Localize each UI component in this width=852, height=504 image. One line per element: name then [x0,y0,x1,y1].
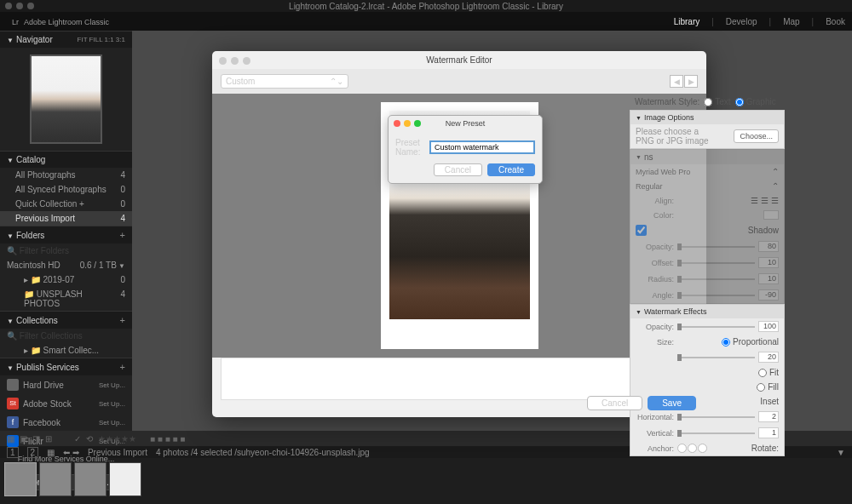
add-service-icon[interactable]: + [120,362,125,372]
effects-header[interactable]: Watermark Effects [630,305,784,318]
size-fill-radio[interactable]: Fill [757,382,779,392]
module-develop[interactable]: Develop [726,17,757,26]
survey-view-icon[interactable]: ⊞ [45,434,52,444]
watermark-style-row: Watermark Style: Text Graphic [630,94,785,110]
publish-service[interactable]: fFacebookSet Up... [0,413,132,432]
modal-cancel-button[interactable]: Cancel [434,163,482,176]
add-folder-icon[interactable]: + [120,230,125,240]
filmstrip-thumb[interactable] [109,462,141,496]
smart-collections[interactable]: ▸ 📁 Smart Collec... [0,343,132,358]
size-proportional-radio[interactable]: Proportional [722,337,779,346]
publish-service[interactable]: Hard DriveSet Up... [0,375,132,394]
status-source: Previous Import [88,448,147,457]
color-swatch[interactable] [763,210,779,220]
status-info: 4 photos /4 selected /suhyeon-choi-10492… [156,448,370,457]
navigator-thumbnail[interactable] [0,48,132,151]
catalog-item[interactable]: Quick Collection +0 [0,197,132,211]
navigator-header[interactable]: ▼Navigator FIT FILL 1:1 3:1 [0,31,132,48]
new-preset-modal: New Preset Preset Name: Cancel Create [388,115,543,184]
dialog-title: Watermark Editor [212,51,706,69]
compare-view-icon[interactable]: ◨ [32,434,40,444]
traffic-lights[interactable] [5,3,34,9]
size-fit-radio[interactable]: Fit [758,368,779,377]
window-titlebar: Lightroom Catalog-2.lrcat - Adobe Photos… [0,0,852,12]
app-logo: LrAdobe Lightroom Classic [7,14,109,28]
publish-service[interactable]: StAdobe StockSet Up... [0,394,132,413]
catalog-header[interactable]: ▼Catalog [0,151,132,168]
style-graphic-radio[interactable]: Graphic [735,97,776,106]
wm-opacity-slider[interactable] [677,326,755,328]
folder-drive[interactable]: Macintosh HD0.6 / 1 TB ▼ [0,258,132,272]
nav-arrows[interactable]: ◀▶ [670,75,698,88]
modal-traffic-lights[interactable] [394,120,421,127]
publish-header[interactable]: ▼Publish Services+ [0,358,132,375]
catalog-item-selected[interactable]: Previous Import4 [0,211,132,226]
module-library[interactable]: Library [674,17,700,26]
nav-zoom-opts[interactable]: FIT FILL 1:1 3:1 [78,36,125,43]
folder-filter[interactable]: 🔍 Filter Folders [0,243,132,258]
catalog-item[interactable]: All Photographs4 [0,168,132,182]
filmstrip-thumb[interactable] [74,462,106,496]
painter-icon[interactable]: ✓ [74,434,81,444]
dialog-save-button[interactable]: Save [648,396,696,410]
collection-filter[interactable]: 🔍 Filter Collections [0,329,132,343]
font-select[interactable]: Myriad Web Pro [636,168,769,176]
shadow-radius-slider[interactable] [677,278,755,280]
preset-name-input[interactable] [429,140,535,154]
dialog-traffic-lights[interactable] [219,57,250,65]
window-title: Lightroom Catalog-2.lrcat - Adobe Photos… [289,2,563,11]
center-area: Watermark Editor Custom⌃⌄ ◀▶ WATERMARK W… [132,31,852,431]
shadow-opacity-slider[interactable] [677,246,755,248]
preset-name-label: Preset Name: [395,138,425,157]
watermark-editor-dialog: Watermark Editor Custom⌃⌄ ◀▶ WATERMARK W… [212,51,706,417]
shadow-offset-slider[interactable] [677,262,755,264]
align-buttons[interactable]: ☰ ☰ ☰ [751,196,779,205]
dialog-cancel-button[interactable]: Cancel [587,396,642,410]
modal-create-button[interactable]: Create [487,163,535,176]
grid-icon[interactable]: ▦ [47,448,55,457]
catalog-item[interactable]: All Synced Photographs0 [0,182,132,197]
watermark-text-input[interactable] [221,358,698,400]
folders-header[interactable]: ▼Folders+ [0,226,132,243]
style-text-radio[interactable]: Text [704,97,730,106]
preset-select[interactable]: Custom⌃⌄ [221,74,348,89]
shadow-checkbox[interactable] [636,225,647,236]
text-options-header[interactable]: ns [630,150,784,164]
left-panel: ▼Navigator FIT FILL 1:1 3:1 ▼Catalog All… [0,31,132,431]
secondary-display-2[interactable]: 2 [27,447,39,458]
filmstrip-thumb[interactable] [39,462,72,496]
shadow-angle-slider[interactable] [677,295,755,296]
add-collection-icon[interactable]: + [120,315,125,325]
app-bar: LrAdobe Lightroom Classic Library| Devel… [0,12,852,31]
folder-item[interactable]: ▸ 📁 2019-070 [0,272,132,287]
filmstrip-thumb[interactable] [4,462,37,496]
grid-view-icon[interactable]: ▦ [7,434,14,444]
folder-item[interactable]: 📁 UNSPLASH PHOTOS4 [0,287,132,311]
style-select[interactable]: Regular [636,182,769,191]
loupe-view-icon[interactable]: ▣ [20,434,27,444]
sort-icon[interactable]: ⟲ [86,434,93,444]
secondary-display[interactable]: 1 [7,447,19,458]
anchor-grid[interactable] [677,444,707,453]
image-options-header[interactable]: Image Options [630,111,784,124]
module-picker: Library| Develop| Map| Book [674,17,845,26]
size-slider[interactable] [677,357,755,358]
choose-image-button[interactable]: Choose... [734,129,779,143]
module-book[interactable]: Book [826,17,845,26]
module-map[interactable]: Map [783,17,799,26]
inset-h-slider[interactable] [677,416,755,418]
inset-v-slider[interactable] [677,432,755,434]
collections-header[interactable]: ▼Collections+ [0,311,132,329]
